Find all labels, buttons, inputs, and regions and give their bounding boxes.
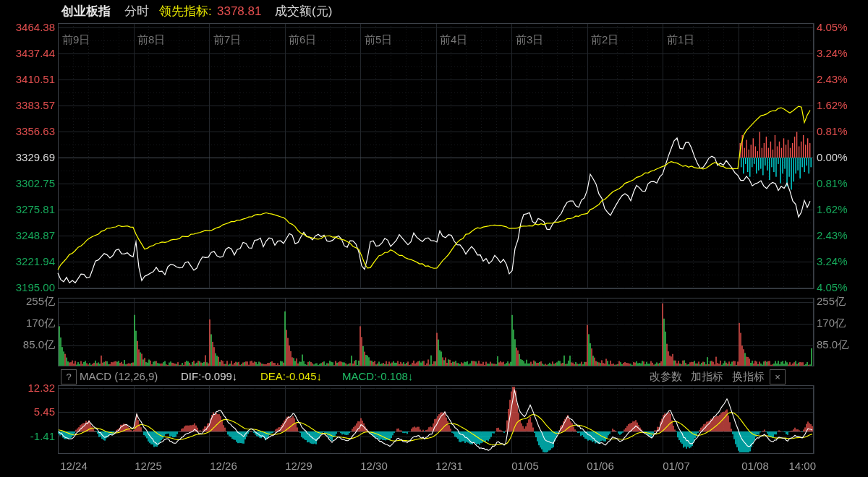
index-title: 创业板指	[61, 6, 111, 17]
macd-tick: -1.41	[0, 431, 55, 442]
day-label: 前7日	[213, 34, 241, 46]
pct-tick: 0.81%	[817, 126, 848, 137]
day-label: 前4日	[440, 34, 467, 46]
volume-tick: 255亿	[817, 296, 846, 307]
dif-value: DIF:-0.099↓	[181, 371, 237, 382]
price-tick: 3302.75	[0, 178, 55, 189]
pct-tick: 1.62%	[817, 204, 848, 215]
date-tick: 12/25	[135, 460, 162, 472]
day-label: 前9日	[62, 34, 90, 46]
day-label: 前1日	[667, 34, 694, 46]
day-label: 前8日	[137, 34, 165, 46]
pct-tick: 1.62%	[817, 100, 848, 111]
macd-tick: 5.45	[0, 406, 55, 418]
price-tick: 3437.44	[0, 48, 55, 59]
price-tick: 3248.87	[0, 230, 55, 241]
edit-params-button[interactable]: 改参数	[650, 371, 682, 382]
pct-tick-zero: 0.00%	[817, 152, 848, 163]
day-label: 前2日	[591, 34, 618, 46]
turnover-label: 成交额(元)	[275, 6, 332, 17]
pct-tick: 4.05%	[817, 282, 848, 293]
indicator-name[interactable]: MACD (12,26,9)	[80, 371, 158, 382]
pct-tick: 2.43%	[817, 74, 848, 85]
add-indicator-button[interactable]: 加指标	[691, 371, 723, 382]
date-tick: 12/26	[210, 460, 237, 472]
switch-indicator-button[interactable]: 换指标	[732, 371, 765, 382]
macd-tick: 12.32	[0, 382, 55, 394]
date-tick: 01/06	[587, 460, 614, 472]
volume-tick: 85.0亿	[0, 339, 55, 351]
date-tick: 12/24	[60, 460, 88, 472]
help-icon[interactable]: ?	[61, 369, 77, 384]
pct-tick: 3.24%	[817, 256, 848, 267]
price-tick: 3221.94	[0, 256, 55, 267]
volume-tick: 255亿	[0, 296, 55, 307]
price-tick-base: 3329.69	[0, 152, 55, 163]
pct-tick: 2.43%	[817, 230, 848, 241]
macd-value: MACD:-0.108↓	[342, 371, 413, 382]
tab-minute-chart[interactable]: 分时	[124, 6, 149, 17]
leading-indicator-value: 3378.81	[217, 6, 261, 17]
price-tick: 3275.81	[0, 204, 55, 215]
current-time-label: 14:00	[788, 460, 816, 472]
pct-tick: 3.24%	[817, 48, 848, 59]
volume-tick: 85.0亿	[817, 339, 848, 351]
price-tick: 3356.63	[0, 126, 55, 137]
date-tick: 01/08	[741, 460, 769, 472]
price-tick: 3464.38	[0, 22, 55, 33]
price-tick: 3195.00	[0, 282, 55, 293]
day-label: 前3日	[516, 34, 543, 46]
day-label: 前6日	[289, 34, 316, 46]
pct-tick: 0.81%	[817, 178, 848, 189]
date-tick: 12/30	[360, 460, 388, 472]
leading-indicator-label: 领先指标:	[159, 6, 212, 17]
day-label: 前5日	[365, 34, 392, 46]
date-tick: 12/29	[285, 460, 312, 472]
price-tick: 3383.57	[0, 100, 55, 111]
date-tick: 01/05	[511, 460, 539, 472]
price-tick: 3410.51	[0, 74, 55, 85]
dea-value: DEA:-0.045↓	[260, 371, 322, 382]
chart-plot-area[interactable]	[0, 0, 868, 477]
volume-tick: 170亿	[817, 317, 846, 329]
volume-tick: 170亿	[0, 317, 55, 329]
date-tick: 12/31	[435, 460, 463, 472]
date-tick: 01/07	[663, 460, 690, 472]
close-icon[interactable]: ×	[770, 369, 786, 384]
pct-tick: 4.05%	[817, 22, 848, 33]
